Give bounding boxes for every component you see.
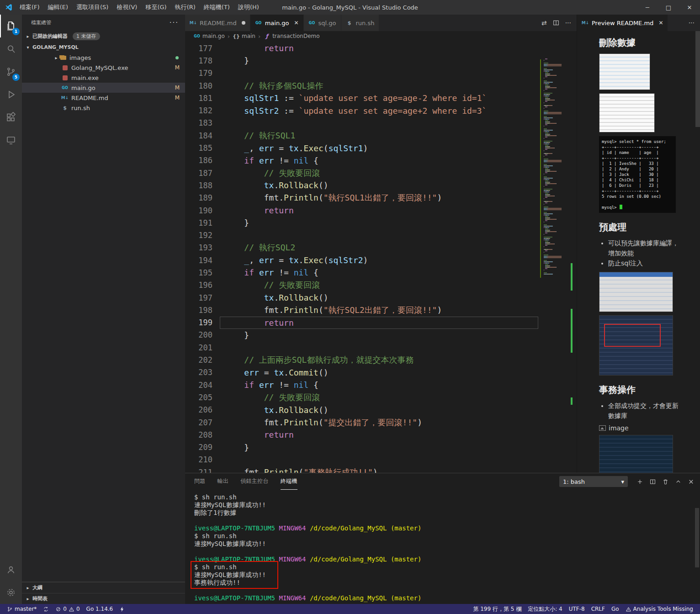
- code-line[interactable]: 207 fmt.Println("提交出錯了，要回滾!!"): [185, 416, 538, 429]
- compare-changes-icon[interactable]: ⇄: [541, 19, 547, 26]
- panel-tab-item[interactable]: 輸出: [217, 473, 229, 490]
- tree-item-run-sh[interactable]: $run.sh: [22, 103, 185, 113]
- tree-item-main-exe[interactable]: main.exe: [22, 73, 185, 83]
- cursor-position-status[interactable]: 第 199 行，第 5 欄: [470, 604, 525, 614]
- menu-r[interactable]: 執行(R): [171, 0, 200, 15]
- tab-sql-go[interactable]: GOsql.go: [304, 15, 341, 31]
- tab-preview-readme[interactable]: M↓ Preview README.md ✕: [577, 15, 668, 31]
- menu-g[interactable]: 移至(G): [141, 0, 170, 15]
- code-line[interactable]: 192: [185, 229, 538, 241]
- code-line[interactable]: 194 _, err = tx.Exec(sqlStr2): [185, 254, 538, 266]
- code-line[interactable]: 177 return: [185, 42, 538, 54]
- code-line[interactable]: 198 fmt.Println("執行SQL2出錯了，要回滾!!"): [185, 304, 538, 316]
- code-line[interactable]: 197 tx.Rollback(): [185, 291, 538, 304]
- menu-v[interactable]: 檢視(V): [112, 0, 141, 15]
- tab-main-go[interactable]: GOmain.go✕: [250, 15, 304, 31]
- minimap[interactable]: [540, 58, 570, 473]
- code-line[interactable]: 205 // 失敗要回滾: [185, 391, 538, 403]
- split-terminal-icon[interactable]: [649, 478, 656, 485]
- go-version-status[interactable]: Go 1.14.6: [83, 604, 117, 614]
- terminal-scrollbar[interactable]: [695, 508, 699, 567]
- code-line[interactable]: 204 if err != nil {: [185, 379, 538, 391]
- encoding-status[interactable]: UTF-8: [566, 604, 588, 614]
- overview-ruler[interactable]: [570, 31, 577, 473]
- tab-readme-md[interactable]: M↓README.md: [185, 15, 250, 31]
- code-line[interactable]: 201: [185, 341, 538, 354]
- code-line[interactable]: 191 }: [185, 217, 538, 229]
- close-panel-icon[interactable]: [688, 478, 695, 485]
- activity-search[interactable]: [0, 37, 22, 60]
- breadcrumb-item-main[interactable]: {}main: [233, 32, 255, 40]
- menu-f[interactable]: 檔案(F): [16, 0, 44, 15]
- folder-root-section[interactable]: ▾ GOLANG_MYSQL: [22, 42, 185, 53]
- more-actions-icon[interactable]: ···: [565, 19, 571, 26]
- kill-terminal-icon[interactable]: [662, 478, 669, 485]
- panel-tab-item[interactable]: 終端機: [281, 473, 297, 490]
- code-line[interactable]: 188 tx.Rollback(): [185, 179, 538, 191]
- settings-gear-icon[interactable]: [0, 581, 22, 604]
- activity-source-control[interactable]: 5: [0, 60, 22, 83]
- sidebar-section-item[interactable]: ▸大綱: [22, 582, 185, 593]
- analysis-tools-status[interactable]: Analysis Tools Missing: [622, 604, 696, 614]
- code-line[interactable]: 211 fmt.Println("事務執行成功!!"): [185, 466, 538, 473]
- code-line[interactable]: 190 return: [185, 204, 538, 217]
- maximize-panel-icon[interactable]: [675, 478, 682, 485]
- code-line[interactable]: 182 sqlStr2 := `update user set age=age+…: [185, 104, 538, 116]
- minimize-button[interactable]: ─: [637, 0, 658, 15]
- code-line[interactable]: 193 // 執行SQL2: [185, 242, 538, 254]
- activity-extensions[interactable]: [0, 106, 22, 129]
- code-line[interactable]: 209 }: [185, 441, 538, 454]
- panel-tab-item[interactable]: 問題: [194, 473, 206, 490]
- code-line[interactable]: 203 err = tx.Commit(): [185, 366, 538, 379]
- sidebar-section-item[interactable]: ▸時間表: [22, 593, 185, 604]
- code-line[interactable]: 187 // 失敗要回滾: [185, 167, 538, 179]
- panel-tab-item[interactable]: 偵錯主控台: [240, 473, 269, 490]
- code-line[interactable]: 180 // 執行多個SQL操作: [185, 79, 538, 92]
- code-line[interactable]: 178 }: [185, 54, 538, 67]
- more-actions-icon[interactable]: ···: [689, 19, 695, 26]
- tab-size-status[interactable]: 定位點大小: 4: [525, 604, 566, 614]
- close-icon[interactable]: ✕: [658, 20, 663, 26]
- eol-status[interactable]: CRLF: [588, 604, 608, 614]
- code-line[interactable]: 186 if err != nil {: [185, 154, 538, 167]
- language-status[interactable]: Go: [608, 604, 622, 614]
- code-line[interactable]: 210: [185, 454, 538, 466]
- code-line[interactable]: 189 fmt.Println("執行SQL1出錯了，要回滾!!"): [185, 192, 538, 204]
- tree-item-readme-md[interactable]: M↓README.mdM: [22, 93, 185, 103]
- code-editor[interactable]: 177 return178 }179180 // 執行多個SQL操作181 sq…: [185, 41, 577, 473]
- activity-explorer[interactable]: 1: [0, 15, 22, 37]
- code-line[interactable]: 208 return: [185, 429, 538, 441]
- code-line[interactable]: 185 _, err = tx.Exec(sqlStr1): [185, 142, 538, 154]
- maximize-button[interactable]: □: [658, 0, 679, 15]
- branch-status[interactable]: master*: [4, 604, 40, 614]
- code-line[interactable]: 184 // 執行SQL1: [185, 129, 538, 142]
- account-icon[interactable]: [0, 558, 22, 581]
- code-line[interactable]: 196 // 失敗要回滾: [185, 279, 538, 291]
- terminal[interactable]: $ sh run.sh連接MySQL數據庫成功!!刪除了1行數據 ivess@L…: [185, 490, 700, 604]
- code-line[interactable]: 202 // 上面兩步SQL都執行成功，就提交本次事務: [185, 354, 538, 366]
- code-line[interactable]: 199 return: [185, 317, 538, 329]
- code-line[interactable]: 195 if err != nil {: [185, 266, 538, 279]
- split-editor-icon[interactable]: [552, 19, 560, 26]
- code-line[interactable]: 179: [185, 67, 538, 79]
- code-line[interactable]: 183: [185, 117, 538, 129]
- menu-e[interactable]: 編輯(E): [44, 0, 72, 15]
- open-editors-section[interactable]: ▸ 已開啟的編輯器 1 未儲存: [22, 31, 185, 42]
- tree-item-images[interactable]: ▸images: [22, 53, 185, 63]
- breadcrumb-item-main-go[interactable]: GOmain.go: [193, 32, 225, 40]
- code-line[interactable]: 181 sqlStr1 := `update user set age=age-…: [185, 92, 538, 104]
- tree-item-golang-mysql-exe[interactable]: Golang_MySQL.exeM: [22, 63, 185, 73]
- menu-t[interactable]: 終端機(T): [200, 0, 234, 15]
- close-icon[interactable]: ✕: [294, 20, 298, 26]
- code-line[interactable]: 206 tx.Rollback(): [185, 404, 538, 416]
- terminal-shell-select[interactable]: 1: bash ▾: [559, 476, 628, 487]
- sync-button[interactable]: [40, 604, 52, 614]
- problems-status[interactable]: 0 0: [52, 604, 83, 614]
- more-actions-icon[interactable]: ···: [170, 19, 179, 27]
- preview-scrollbar[interactable]: [695, 31, 700, 127]
- activity-remote-explorer[interactable]: [0, 129, 22, 152]
- tools-icon[interactable]: [116, 604, 128, 614]
- menu-s[interactable]: 選取項目(S): [72, 0, 112, 15]
- activity-run-debug[interactable]: [0, 83, 22, 106]
- code-line[interactable]: 200 }: [185, 329, 538, 341]
